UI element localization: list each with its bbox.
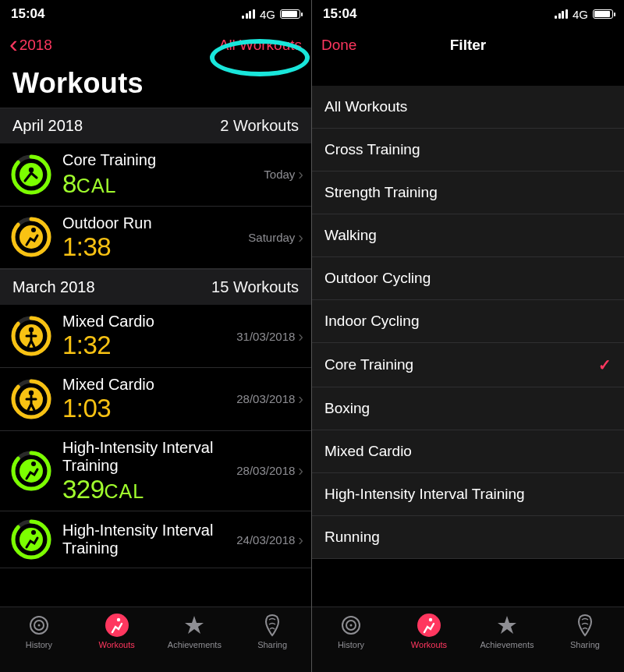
filter-option[interactable]: Mixed Cardio [312,430,624,473]
filter-option[interactable]: Indoor Cycling [312,300,624,343]
status-time: 15:04 [11,6,44,22]
filter-option[interactable]: Walking [312,214,624,257]
page-title: Workouts [0,62,311,108]
chevron-right-icon: › [298,228,303,246]
svg-point-27 [105,614,129,637]
svg-point-26 [37,624,40,627]
sharing-icon [572,612,598,638]
tab-label: Achievements [480,640,534,649]
workout-row[interactable]: High-Intensity Interval Training 329CAL … [0,431,311,512]
section-header: April 20182 Workouts [0,108,311,143]
checkmark-icon: ✓ [598,355,612,374]
tab-workouts[interactable]: Workouts [390,612,468,649]
signal-bars-icon [242,9,255,19]
section-count: 2 Workouts [220,117,299,135]
workout-date: 24/03/2018 [236,533,295,546]
workout-row[interactable]: Core Training 8CAL Today › [0,143,311,207]
workout-metric: 1:03 [62,395,232,423]
tab-label: Workouts [411,640,447,649]
svg-point-6 [20,225,43,249]
activity-ring-icon [11,519,51,560]
workout-row[interactable]: Outdoor Run 1:38 Saturday › [0,207,311,270]
workout-date: 31/03/2018 [236,330,295,343]
done-label: Done [321,37,356,54]
filter-option[interactable]: Boxing [312,387,624,430]
workout-name: Outdoor Run [62,214,243,232]
workout-date: Saturday [248,231,295,244]
workout-metric: 8CAL [62,171,259,198]
chevron-right-icon: › [298,462,303,479]
workout-metric: 1:32 [62,332,232,359]
workout-list[interactable]: April 20182 Workouts Core Training 8CAL … [0,108,311,672]
tab-sharing[interactable]: Sharing [546,612,624,649]
filter-label: Running [324,529,380,546]
tab-sharing[interactable]: Sharing [233,612,311,649]
history-icon [338,612,364,638]
svg-point-15 [29,391,34,395]
tab-label: Achievements [168,640,222,649]
status-time: 15:04 [323,6,356,22]
filter-list[interactable]: All WorkoutsCross TrainingStrength Train… [312,86,624,559]
filter-option[interactable]: All Workouts [312,86,624,129]
nav-bar: Done Filter [312,28,624,62]
svg-point-32 [417,614,441,637]
workout-metric: 329CAL [62,476,232,504]
chevron-right-icon: › [298,165,303,183]
filter-screen: 15:04 4G Done Filter All WorkoutsCross T… [312,0,624,672]
nav-right-label: All Workouts [219,37,302,54]
workout-name: High-Intensity Interval Training [62,439,232,475]
tab-achievements[interactable]: Achievements [468,612,546,649]
filter-option[interactable]: Cross Training [312,129,624,172]
tab-label: History [338,640,364,649]
tab-history[interactable]: History [0,612,78,649]
activity-ring-icon [11,154,51,195]
back-label: 2018 [20,37,52,54]
tab-label: Sharing [257,640,287,649]
workout-name: Core Training [62,151,259,169]
tab-achievements[interactable]: Achievements [156,612,234,649]
filter-option[interactable]: Running [312,516,624,559]
workout-row[interactable]: Mixed Cardio 1:32 31/03/2018 › [0,305,311,368]
filter-option[interactable]: Strength Training [312,172,624,214]
section-count: 15 Workouts [211,278,299,296]
status-bar: 15:04 4G [0,0,311,28]
achievements-icon [181,612,207,638]
workout-row[interactable]: High-Intensity Interval Training 24/03/2… [0,511,311,568]
workout-meta: 31/03/2018 › [236,327,303,345]
workout-date: 28/03/2018 [236,464,295,477]
tab-label: Sharing [570,640,600,649]
svg-point-33 [429,618,432,621]
activity-ring-icon [11,217,51,257]
done-button[interactable]: Done [321,37,356,54]
filter-option[interactable]: High-Intensity Interval Training [312,473,624,516]
filter-option[interactable]: Outdoor Cycling [312,257,624,300]
filter-label: All Workouts [324,98,407,115]
workout-meta: Saturday › [248,228,303,246]
battery-icon [593,9,613,19]
svg-point-23 [31,530,36,535]
workout-row[interactable]: Mixed Cardio 1:03 28/03/2018 › [0,368,311,431]
svg-point-19 [31,462,36,466]
nav-bar: ‹ 2018 All Workouts [0,28,311,62]
all-workouts-button[interactable]: All Workouts [219,37,302,54]
svg-point-28 [116,618,119,621]
activity-ring-icon [11,451,51,491]
workout-date: 28/03/2018 [236,392,295,405]
battery-icon [280,9,300,19]
tab-history[interactable]: History [312,612,390,649]
tab-bar: HistoryWorkoutsAchievementsSharing [312,607,624,672]
nav-title: Filter [312,37,624,54]
workout-meta: 24/03/2018 › [236,531,303,549]
workout-name: High-Intensity Interval Training [62,522,232,557]
back-button[interactable]: ‹ 2018 [9,37,52,54]
chevron-right-icon: › [298,531,303,549]
sharing-icon [259,612,285,638]
achievements-icon [494,612,520,638]
status-network: 4G [260,8,275,21]
section-title: April 2018 [12,117,83,135]
activity-ring-icon [11,379,51,419]
workout-name: Mixed Cardio [62,376,232,394]
tab-workouts[interactable]: Workouts [78,612,156,649]
filter-option[interactable]: Core Training✓ [312,343,624,387]
filter-label: Core Training [324,356,413,373]
